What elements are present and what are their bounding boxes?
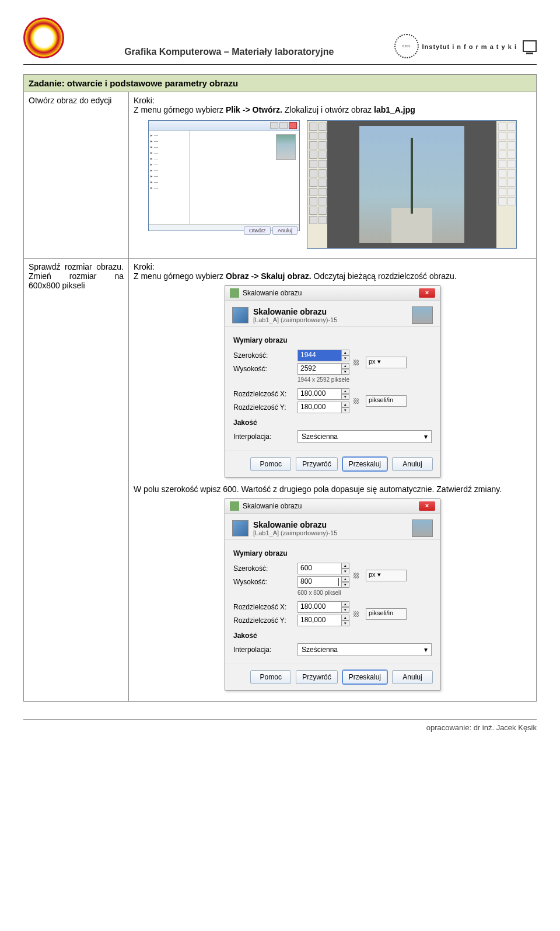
close-icon[interactable]	[289, 122, 297, 129]
up-icon[interactable]: ▴	[341, 576, 349, 582]
interp-value: Sześcienna	[302, 433, 338, 441]
dims-readout: 600 x 800 pikseli	[298, 590, 432, 596]
image-preview	[359, 126, 464, 243]
step2-bold-a: Obraz -> Skaluj obraz.	[226, 271, 312, 281]
dialog-titlebar: Skalowanie obrazu ×	[225, 286, 440, 301]
width-input[interactable]: 1944	[298, 350, 342, 361]
monitor-icon	[523, 40, 537, 52]
unit-px[interactable]: px ▾	[366, 357, 407, 368]
close-icon[interactable]: ×	[419, 288, 435, 298]
step1-text-b: Zlokalizuj i otwórz obraz	[285, 105, 374, 114]
help-button[interactable]: Pomoc	[250, 670, 291, 684]
unit-ppi[interactable]: pikseli/in	[366, 608, 407, 620]
down-icon[interactable]: ▾	[341, 607, 349, 613]
right-dock[interactable]	[496, 121, 516, 248]
dialog-heading: Skalowanie obrazu	[253, 520, 337, 529]
height-input[interactable]: 800	[298, 576, 342, 588]
height-input[interactable]: 2592	[298, 363, 342, 375]
up-icon[interactable]: ▴	[341, 601, 349, 607]
up-icon[interactable]: ▴	[341, 402, 349, 407]
reset-button[interactable]: Przywróć	[296, 670, 337, 684]
down-icon[interactable]: ▾	[341, 407, 349, 413]
task-table: Zadanie: otwarcie i podstawowe parametry…	[23, 74, 537, 702]
toolbox[interactable]	[307, 121, 327, 248]
file-dialog: ▸ —▸ —▸ —▸ —▸ —▸ —▸ —▸ —▸ —▸ — Otwórz An…	[148, 120, 300, 231]
height-label: Wysokość:	[233, 578, 298, 586]
cancel-button[interactable]: Anuluj	[392, 457, 433, 471]
reset-button[interactable]: Przywróć	[296, 457, 337, 471]
brand-name: Instytut	[422, 43, 450, 50]
interp-combo[interactable]: Sześcienna ▾	[298, 430, 432, 443]
width-input[interactable]: 600	[298, 563, 342, 574]
step1-bold-a: Plik -> Otwórz.	[226, 105, 282, 114]
file-dialog-sidebar: ▸ —▸ —▸ —▸ —▸ —▸ —▸ —▸ —▸ —▸ —	[149, 131, 190, 224]
gimp-main-window	[307, 120, 517, 249]
help-button[interactable]: Pomoc	[250, 457, 291, 471]
interp-combo[interactable]: Sześcienna ▾	[298, 643, 432, 656]
section-quality: Jakość	[233, 419, 432, 427]
file-cancel-button[interactable]: Anuluj	[272, 226, 298, 235]
canvas[interactable]	[327, 121, 496, 248]
link-chain-icon[interactable]: ⛓	[352, 389, 360, 413]
unit-px[interactable]: px ▾	[366, 570, 407, 581]
chevron-down-icon: ▾	[424, 646, 428, 654]
step1-kroki: Kroki:	[134, 96, 155, 105]
file-dialog-filelist[interactable]	[190, 131, 299, 224]
step1-text-a: Z menu górnego wybierz	[134, 105, 226, 114]
doc-header-title: Grafika Komputerowa – Materiały laborato…	[64, 47, 394, 58]
width-label: Szerokość:	[233, 351, 298, 360]
maximize-icon[interactable]	[279, 122, 288, 129]
down-icon[interactable]: ▾	[341, 394, 349, 400]
up-icon[interactable]: ▴	[341, 615, 349, 620]
step1-label: Otwórz obraz do edycji	[24, 92, 129, 259]
up-icon[interactable]: ▴	[341, 388, 349, 394]
width-label: Szerokość:	[233, 564, 298, 573]
step1-screenshots: ▸ —▸ —▸ —▸ —▸ —▸ —▸ —▸ —▸ —▸ — Otwórz An…	[134, 120, 531, 249]
scale-button[interactable]: Przeskaluj	[342, 457, 387, 471]
brand-sub: i n f o r m a t y k i	[452, 43, 517, 50]
down-icon[interactable]: ▾	[341, 582, 349, 588]
step2-text-b: Odczytaj bieżącą rozdzielczość obrazu.	[314, 271, 457, 281]
down-icon[interactable]: ▾	[341, 569, 349, 574]
interp-value: Sześcienna	[302, 646, 338, 654]
footer: opracowanie: dr inż. Jacek Kęsik	[23, 719, 537, 732]
scale-icon	[232, 520, 249, 536]
close-icon[interactable]: ×	[419, 501, 435, 511]
binary-circle-icon: 0101	[394, 34, 419, 58]
university-logo	[23, 18, 64, 58]
resy-input[interactable]: 180,000	[298, 402, 342, 413]
down-icon[interactable]: ▾	[341, 369, 349, 375]
resy-input[interactable]: 180,000	[298, 615, 342, 626]
dims-readout: 1944 x 2592 piksele	[298, 376, 432, 383]
up-icon[interactable]: ▴	[341, 363, 349, 369]
cancel-button[interactable]: Anuluj	[392, 670, 433, 684]
dialog-title: Skalowanie obrazu	[243, 289, 302, 297]
section-dimensions: Wymiary obrazu	[233, 336, 432, 344]
link-chain-icon[interactable]: ⛓	[352, 602, 360, 626]
task-title: Zadanie: otwarcie i podstawowe parametry…	[24, 75, 537, 92]
header-divider	[23, 64, 537, 65]
gimp-icon	[230, 501, 239, 511]
step2-kroki: Kroki:	[134, 262, 155, 271]
dialog-subheading: [Lab1_A] (zaimportowany)-15	[253, 529, 337, 536]
scale-button[interactable]: Przeskaluj	[342, 670, 387, 684]
minimize-icon[interactable]	[270, 122, 278, 129]
up-icon[interactable]: ▴	[341, 350, 349, 355]
resx-input[interactable]: 180,000	[298, 601, 342, 613]
down-icon[interactable]: ▾	[341, 355, 349, 361]
link-chain-icon[interactable]: ⛓	[352, 563, 360, 588]
step1-content: Kroki: Z menu górnego wybierz Plik -> Ot…	[129, 92, 537, 259]
interp-label: Interpolacja:	[233, 433, 298, 441]
file-dialog-titlebar	[149, 121, 299, 131]
up-icon[interactable]: ▴	[341, 563, 349, 569]
down-icon[interactable]: ▾	[341, 620, 349, 626]
institute-logo: 0101 Instytut i n f o r m a t y k i	[394, 34, 537, 58]
resx-input[interactable]: 180,000	[298, 388, 342, 400]
dialog-heading: Skalowanie obrazu	[253, 307, 337, 316]
file-open-button[interactable]: Otwórz	[244, 226, 271, 235]
scale-dialog-1: Skalowanie obrazu × Skalowanie obrazu [L…	[225, 285, 440, 477]
unit-ppi[interactable]: pikseli/in	[366, 395, 407, 407]
step1-bold-b: lab1_A.jpg	[374, 105, 415, 114]
text-cursor	[338, 578, 339, 586]
link-chain-icon[interactable]: ⛓	[352, 350, 360, 375]
